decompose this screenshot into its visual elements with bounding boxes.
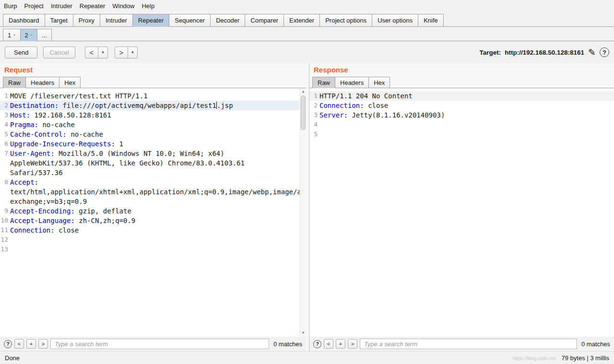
tab-label: Target <box>50 17 68 24</box>
send-button[interactable]: Send <box>5 47 37 59</box>
help-icon[interactable]: ? <box>600 47 609 57</box>
tab-label: Raw <box>318 79 330 86</box>
tab-label: Dashboard <box>9 17 39 24</box>
tab-label: Headers <box>340 79 364 86</box>
search-next-button[interactable]: > <box>38 339 48 349</box>
tab-sequencer[interactable]: Sequencer <box>169 14 211 27</box>
line-text: Destination: file:///opt/activemq/webapp… <box>10 101 299 110</box>
search-options-button[interactable]: + <box>26 339 36 349</box>
forward-button[interactable]: > <box>115 47 128 59</box>
code-line: 13 <box>0 245 299 254</box>
forward-dropdown-icon[interactable]: ▼ <box>128 47 138 59</box>
code-line: 4Pragma: no-cache <box>0 120 299 129</box>
tab-label: ... <box>42 32 47 39</box>
tab-close-icon[interactable]: × <box>13 33 15 37</box>
code-line: 5Cache-Control: no-cache <box>0 129 299 139</box>
line-text <box>10 235 299 245</box>
tab-comparer[interactable]: Comparer <box>245 14 284 27</box>
code-line: 1HTTP/1.1 204 No Content <box>309 91 614 101</box>
tab-label: Raw <box>8 79 21 86</box>
tab-knife[interactable]: Knife <box>418 14 444 27</box>
menu-bar: BurpProjectIntruderRepeaterWindowHelp <box>0 0 614 12</box>
tab-intruder[interactable]: Intruder <box>100 14 133 27</box>
tab-close-icon[interactable]: × <box>30 33 33 37</box>
back-dropdown-icon[interactable]: ▼ <box>98 47 108 59</box>
header-name: Server: <box>319 111 348 119</box>
line-text: User-Agent: Mozilla/5.0 (Windows NT 10.0… <box>10 149 299 177</box>
cancel-button[interactable]: Cancel <box>43 47 75 59</box>
text-segment: file:///opt/activemq/webapps/api/test1 <box>59 102 216 109</box>
search-help-icon[interactable]: ? <box>313 340 321 348</box>
edit-target-icon[interactable]: ✎ <box>588 47 596 58</box>
line-number: 11 <box>0 225 10 235</box>
response-tab-hex[interactable]: Hex <box>368 77 390 88</box>
menu-burp[interactable]: Burp <box>4 2 17 10</box>
response-tab-raw[interactable]: Raw <box>312 77 335 88</box>
response-search-input[interactable] <box>360 339 577 349</box>
code-line: 2Destination: file:///opt/activemq/webap… <box>0 101 299 110</box>
response-tab-headers[interactable]: Headers <box>335 77 369 88</box>
search-options-button[interactable]: + <box>336 339 345 349</box>
repeater-tab-1[interactable]: 1× <box>3 29 21 41</box>
search-help-icon[interactable]: ? <box>4 340 12 348</box>
header-name: Cache-Control: <box>10 130 67 138</box>
response-stats: 79 bytes | 3 millis <box>562 354 609 362</box>
text-segment: .jsp <box>217 102 233 109</box>
line-number: 4 <box>0 120 10 129</box>
repeater-tab-bar: 1×2×... <box>0 27 614 41</box>
tab-user-options[interactable]: User options <box>372 14 418 27</box>
tab-label: Proxy <box>79 17 94 24</box>
target-url: http://192.168.50.128:8161 <box>505 49 584 56</box>
tab-label: Extender <box>289 17 314 24</box>
repeater-tab-2[interactable]: 2× <box>20 29 38 41</box>
status-text: Done <box>5 354 20 362</box>
code-line: 10Accept-Language: zh-CN,zh;q=0.9 <box>0 216 299 225</box>
response-message-tabs: RawHeadersHex <box>309 76 614 88</box>
scrollbar-thumb[interactable] <box>301 95 306 130</box>
code-line: 4 <box>309 120 614 129</box>
tab-dashboard[interactable]: Dashboard <box>3 14 45 27</box>
scroll-up-icon[interactable]: ▲ <box>300 89 306 95</box>
tab-project-options[interactable]: Project options <box>319 14 372 27</box>
menu-help[interactable]: Help <box>142 2 154 10</box>
request-lines: 1MOVE /fileserver/test.txt HTTP/1.12Dest… <box>0 91 299 254</box>
code-line: 12 <box>0 235 299 245</box>
back-button[interactable]: < <box>85 47 98 59</box>
menu-repeater[interactable]: Repeater <box>80 2 105 10</box>
repeater-tab-tab[interactable]: ... <box>37 29 52 41</box>
header-name: Host: <box>10 111 30 119</box>
text-segment: gzip, deflate <box>75 207 131 215</box>
tab-label: Decoder <box>216 17 239 24</box>
search-prev-button[interactable]: < <box>324 339 333 349</box>
text-segment: Jetty(8.1.16.v20140903) <box>348 111 445 119</box>
request-search-input[interactable] <box>50 339 269 349</box>
menu-intruder[interactable]: Intruder <box>51 2 72 10</box>
request-tab-hex[interactable]: Hex <box>59 77 81 88</box>
line-text <box>10 245 299 254</box>
line-number: 1 <box>0 91 10 101</box>
scroll-down-icon[interactable]: ▼ <box>300 330 306 336</box>
tab-label: Knife <box>424 17 438 24</box>
tab-extender[interactable]: Extender <box>283 14 320 27</box>
header-name: Accept-Language: <box>10 217 75 224</box>
tab-proxy[interactable]: Proxy <box>73 14 100 27</box>
request-search-bar: ? < + > 0 matches <box>0 337 306 351</box>
tab-target[interactable]: Target <box>45 14 73 27</box>
search-prev-button[interactable]: < <box>14 339 24 349</box>
tab-repeater[interactable]: Repeater <box>132 14 169 27</box>
menu-project[interactable]: Project <box>24 2 43 10</box>
header-name: Accept-Encoding: <box>10 207 75 215</box>
tab-decoder[interactable]: Decoder <box>210 14 245 27</box>
header-name: Destination: <box>10 102 59 109</box>
code-line: 3Server: Jetty(8.1.16.v20140903) <box>309 110 614 120</box>
response-editor[interactable]: 1HTTP/1.1 204 No Content2Connection: clo… <box>309 88 614 337</box>
text-segment: HTTP/1.1 204 No Content <box>319 92 413 100</box>
request-editor[interactable]: 1MOVE /fileserver/test.txt HTTP/1.12Dest… <box>0 88 306 337</box>
request-scrollbar[interactable]: ▲ ▼ <box>300 88 306 337</box>
burp-window: BurpProjectIntruderRepeaterWindowHelp Da… <box>0 0 614 364</box>
request-tab-headers[interactable]: Headers <box>25 77 59 88</box>
request-tab-raw[interactable]: Raw <box>3 77 26 88</box>
status-bar: Done https://blog.csdn.net 79 bytes | 3 … <box>0 351 614 364</box>
search-next-button[interactable]: > <box>348 339 357 349</box>
menu-window[interactable]: Window <box>112 2 134 10</box>
